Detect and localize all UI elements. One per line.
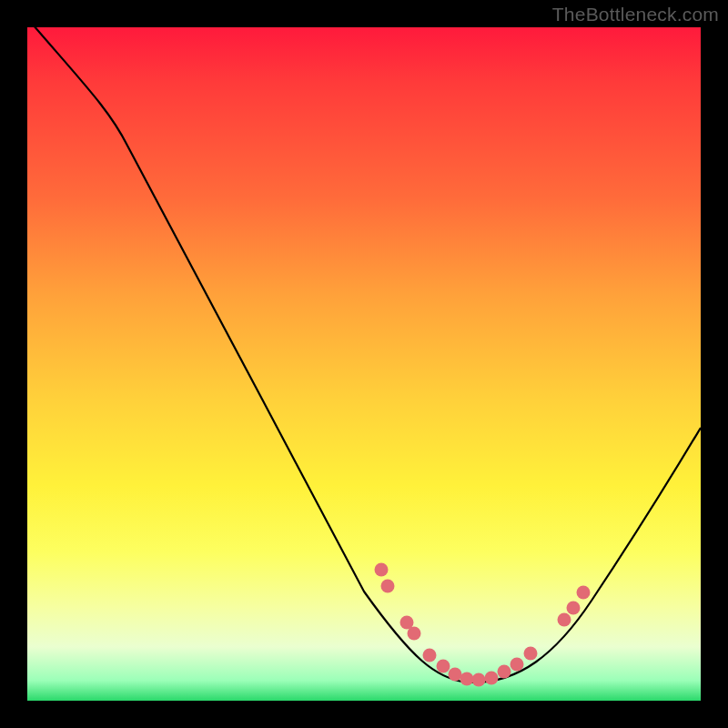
data-point	[485, 672, 499, 685]
data-point	[498, 665, 511, 679]
data-dots	[375, 563, 591, 687]
watermark-text: TheBottleneck.com	[552, 4, 719, 25]
data-point	[511, 658, 524, 672]
chart-svg	[27, 27, 701, 701]
chart-plot-area	[27, 27, 701, 701]
data-point	[408, 627, 421, 641]
data-point	[423, 649, 437, 662]
data-point	[449, 668, 462, 682]
data-point	[375, 563, 389, 577]
data-point	[381, 580, 395, 593]
data-point	[577, 586, 591, 600]
data-point	[437, 660, 450, 673]
data-point	[567, 602, 581, 615]
bottleneck-curve	[27, 27, 701, 682]
data-point	[524, 647, 538, 661]
data-point	[558, 613, 571, 627]
data-point	[472, 673, 486, 687]
data-point	[460, 672, 474, 686]
